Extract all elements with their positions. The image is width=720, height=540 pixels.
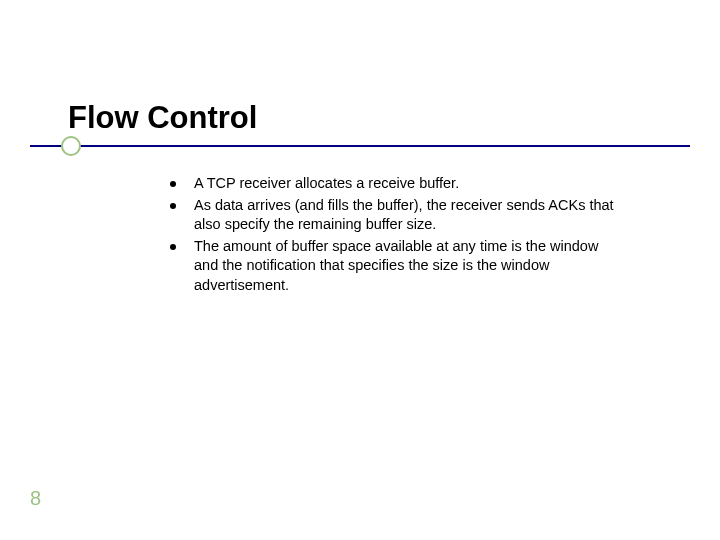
slide-container: Flow Control A TCP receiver allocates a … [0,0,720,540]
bullet-text: The amount of buffer space available at … [194,237,620,296]
bullet-item: As data arrives (and fills the buffer), … [170,196,620,235]
content-area: A TCP receiver allocates a receive buffe… [170,174,620,297]
bullet-item: A TCP receiver allocates a receive buffe… [170,174,620,194]
bullet-text: A TCP receiver allocates a receive buffe… [194,174,459,194]
bullet-dot-icon [170,203,176,209]
slide-title: Flow Control [68,100,257,136]
bullet-item: The amount of buffer space available at … [170,237,620,296]
page-number: 8 [30,487,41,510]
accent-circle-icon [61,136,81,156]
bullet-text: As data arrives (and fills the buffer), … [194,196,620,235]
bullet-dot-icon [170,244,176,250]
title-underline [30,145,690,147]
bullet-dot-icon [170,181,176,187]
